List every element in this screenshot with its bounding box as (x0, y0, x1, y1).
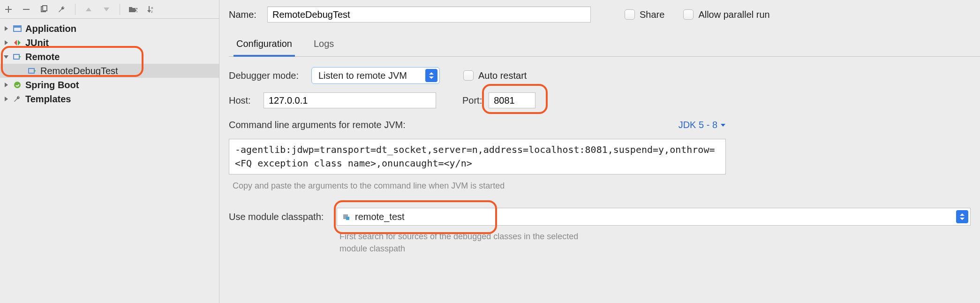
auto-restart-checkbox[interactable]: Auto restart (463, 70, 527, 81)
move-up-icon[interactable] (83, 4, 94, 15)
module-classpath-value: remote_test (355, 212, 405, 222)
tree-node-application[interactable]: Application (0, 22, 219, 36)
svg-rect-7 (14, 54, 19, 59)
expand-icon[interactable] (3, 25, 9, 32)
tabs: Configuration Logs (229, 35, 980, 57)
debugger-mode-value: Listen to remote JVM (318, 70, 407, 81)
tree-label: Spring Boot (25, 80, 79, 91)
tree-node-springboot[interactable]: Spring Boot (0, 78, 219, 92)
wrench-icon (12, 94, 23, 104)
debugger-mode-select[interactable]: Listen to remote JVM (311, 67, 440, 84)
expand-icon[interactable] (3, 82, 9, 88)
checkbox-icon (683, 9, 694, 20)
checkbox-icon (463, 70, 474, 81)
remote-icon (27, 66, 38, 76)
name-label: Name: (229, 9, 257, 20)
svg-rect-2 (43, 6, 47, 11)
svg-rect-0 (23, 9, 30, 10)
jdk-version-value: JDK 5 - 8 (678, 120, 717, 130)
share-label: Share (640, 9, 664, 20)
add-icon[interactable] (3, 4, 14, 15)
move-down-icon[interactable] (101, 4, 112, 15)
parallel-checkbox[interactable]: Allow parallel run (683, 9, 769, 20)
expand-icon[interactable] (3, 96, 9, 102)
tree-node-remote[interactable]: Remote (0, 50, 219, 64)
cmdline-args-field[interactable]: -agentlib:jdwp=transport=dt_socket,serve… (229, 139, 726, 174)
svg-text:z: z (151, 9, 153, 14)
dropdown-icon (425, 69, 437, 82)
tree-label: Application (25, 23, 76, 34)
collapse-icon[interactable] (3, 53, 9, 60)
auto-restart-label: Auto restart (478, 70, 527, 81)
parallel-label: Allow parallel run (698, 9, 769, 20)
port-input[interactable] (489, 92, 535, 108)
svg-rect-11 (346, 217, 349, 220)
chevron-down-icon (720, 123, 726, 128)
port-label: Port: (462, 95, 482, 106)
tree-label: Remote (25, 52, 60, 62)
application-icon (12, 23, 23, 34)
host-label: Host: (229, 95, 256, 106)
module-classpath-label: Use module classpath: (229, 208, 327, 222)
checkbox-icon (625, 9, 635, 20)
expand-icon[interactable] (3, 39, 9, 46)
module-hint: First search for sources of the debugged… (337, 230, 580, 255)
folder-icon[interactable] (128, 4, 139, 15)
copy-icon[interactable] (38, 4, 50, 15)
name-input[interactable] (267, 7, 591, 23)
tree-node-junit[interactable]: JUnit (0, 36, 219, 50)
cmdline-hint: Copy and paste the arguments to the comm… (229, 181, 971, 191)
junit-icon (12, 38, 23, 48)
remove-icon[interactable] (21, 4, 32, 15)
svg-point-9 (14, 82, 21, 88)
tab-logs[interactable]: Logs (311, 35, 337, 56)
spring-icon (12, 80, 23, 90)
tree-label: Templates (25, 94, 71, 105)
tree-node-remotedebugtest[interactable]: RemoteDebugTest (0, 64, 219, 78)
jdk-version-select[interactable]: JDK 5 - 8 (678, 120, 726, 130)
share-checkbox[interactable]: Share (625, 9, 664, 20)
sort-icon[interactable]: az (145, 4, 157, 15)
module-icon (342, 212, 351, 221)
wrench-icon[interactable] (56, 4, 68, 15)
remote-icon (12, 52, 23, 62)
host-input[interactable] (264, 92, 436, 108)
svg-rect-8 (29, 68, 34, 73)
svg-rect-6 (14, 26, 21, 28)
sidebar-toolbar: az (0, 0, 219, 19)
tab-configuration[interactable]: Configuration (234, 35, 295, 57)
tree-node-templates[interactable]: Templates (0, 92, 219, 106)
tree-label: RemoteDebugTest (40, 66, 118, 76)
dropdown-icon (956, 210, 968, 223)
tree-label: JUnit (25, 38, 49, 48)
debugger-mode-label: Debugger mode: (229, 70, 304, 81)
cmdline-label: Command line arguments for remote JVM: (229, 120, 406, 130)
module-classpath-select[interactable]: remote_test (337, 208, 971, 226)
